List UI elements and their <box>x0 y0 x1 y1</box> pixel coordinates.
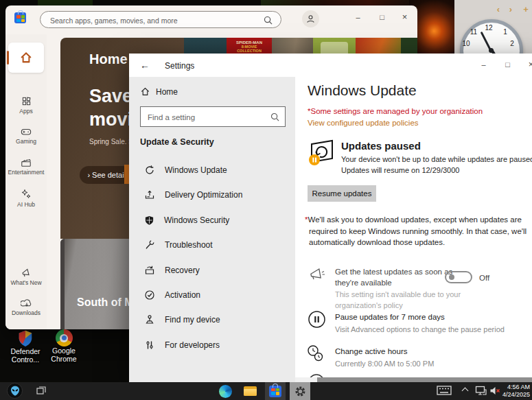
note-text: We'll ask you to download updates, excep… <box>308 215 527 246</box>
store-search-bar[interactable] <box>40 11 281 28</box>
find-a-setting-box[interactable] <box>140 106 286 127</box>
store-maximize-button[interactable]: □ <box>372 8 392 26</box>
sidebar-item-label: AI Hub <box>5 201 47 208</box>
hidden-icons-chevron[interactable] <box>463 388 468 394</box>
nav-item-windows-security[interactable]: Windows Security <box>129 210 295 231</box>
taskbar-settings-button[interactable] <box>290 382 310 400</box>
pause-updates-row[interactable]: Pause updates for 7 more days <box>335 311 445 322</box>
gear-icon <box>294 386 306 397</box>
store-sidebar: Apps Gaming Entertainment AI Hub <box>5 34 47 329</box>
latest-updates-toggle[interactable] <box>445 271 472 283</box>
nav-item-activation[interactable]: Activation <box>129 285 295 305</box>
sidebar-item-whats-new[interactable]: What's New <box>5 268 47 286</box>
nav-item-label: Find my device <box>165 315 220 325</box>
apps-grid-icon <box>21 96 32 106</box>
recovery-icon <box>144 265 155 276</box>
widget-add-button[interactable]: + <box>520 4 531 15</box>
change-active-hours-row[interactable]: Change active hours <box>335 346 407 357</box>
nav-item-label: Windows Update <box>165 165 227 175</box>
start-button[interactable] <box>7 383 23 399</box>
card-title: South of Mi <box>77 296 137 309</box>
clock-numeral-2: 2 <box>510 40 514 47</box>
nav-item-windows-update[interactable]: Windows Update <box>129 160 295 180</box>
desktop-icon-google-chrome[interactable]: Google Chrome <box>44 329 84 363</box>
tray-date: 4/24/2025 <box>502 391 530 399</box>
profile-button[interactable] <box>302 10 319 27</box>
megaphone-icon <box>21 268 32 278</box>
nav-item-for-developers[interactable]: For developers <box>129 335 295 355</box>
sidebar-item-home[interactable] <box>8 43 44 73</box>
updates-paused-line1: Your device won't be up to date while up… <box>341 155 532 163</box>
nav-item-recovery[interactable]: Recovery <box>129 260 295 281</box>
clock-numeral-11: 11 <box>470 28 477 36</box>
latest-updates-title: Get the latest updates as soon as they'r… <box>335 266 456 288</box>
settings-minimize-button[interactable]: – <box>474 56 494 73</box>
desktop-background <box>38 0 93 5</box>
pause-circle-icon <box>308 310 326 329</box>
sync-icon <box>144 165 155 176</box>
scrollbar-thumb[interactable] <box>317 377 532 382</box>
resume-updates-button[interactable]: Resume updates <box>308 185 376 202</box>
taskbar-edge-button[interactable] <box>215 382 235 400</box>
taskbar-file-explorer-button[interactable] <box>240 382 260 400</box>
ethernet-glyph <box>475 386 487 396</box>
sidebar-item-downloads[interactable]: Downloads <box>5 298 47 316</box>
settings-nav-pane: Home Update & Security Windows Update De… <box>129 77 295 382</box>
desktop-icon-defender-control[interactable]: Defender Contro... <box>5 329 45 364</box>
desktop-icon-label: Chrome <box>44 355 84 363</box>
keyboard-glyph <box>437 386 452 395</box>
volume-muted-icon[interactable] <box>489 386 500 396</box>
tray-time: 4:56 AM <box>502 384 530 391</box>
task-view-button[interactable] <box>36 386 46 395</box>
touch-keyboard-icon[interactable] <box>437 386 452 395</box>
widget-next-button[interactable]: › <box>505 4 516 15</box>
network-icon[interactable] <box>475 386 487 396</box>
toggle-state-label: Off <box>479 274 489 282</box>
home-icon <box>140 86 150 97</box>
cloud-download-icon <box>21 298 32 308</box>
person-icon <box>306 14 315 23</box>
nav-item-label: Delivery Optimization <box>165 190 242 200</box>
game-card-south-of-midnight[interactable]: South of Mi <box>60 239 137 329</box>
desktop-icon-label: Defender <box>5 347 45 355</box>
nav-item-home[interactable]: Home <box>140 86 178 97</box>
find-a-setting-input[interactable] <box>146 109 266 126</box>
page-title: Windows Update <box>308 82 417 99</box>
settings-maximize-button[interactable]: □ <box>498 56 518 73</box>
sidebar-item-label: Entertainment <box>5 169 47 176</box>
store-search-input[interactable] <box>49 12 264 28</box>
clock-numeral-1: 1 <box>503 28 507 36</box>
sidebar-item-ai-hub[interactable]: AI Hub <box>5 189 47 208</box>
horizontal-scrollbar[interactable] <box>295 377 532 382</box>
managed-by-organization-warning: *Some settings are managed by your organ… <box>308 107 483 115</box>
poster-title: COLLECTION <box>227 49 272 53</box>
sidebar-item-label: Apps <box>5 108 47 115</box>
nav-section-title: Update & Security <box>140 137 214 147</box>
back-button[interactable]: ← <box>136 58 154 73</box>
sparkles-icon <box>21 189 32 200</box>
store-minimize-button[interactable]: – <box>348 8 368 26</box>
clapperboard-icon <box>21 158 32 167</box>
sidebar-item-label: What's New <box>5 279 47 286</box>
sidebar-item-entertainment[interactable]: Entertainment <box>5 158 47 176</box>
file-explorer-icon <box>244 386 257 396</box>
delivery-optimization-icon <box>144 189 155 200</box>
page-title: Home <box>89 51 128 67</box>
taskbar-clock[interactable]: 4:56 AM 4/24/2025 <box>502 384 530 399</box>
nav-item-troubleshoot[interactable]: Troubleshoot <box>129 235 295 255</box>
store-close-button[interactable]: × <box>395 8 415 26</box>
widget-prev-button[interactable]: ‹ <box>493 4 504 15</box>
nav-item-label: Activation <box>165 290 200 300</box>
sidebar-item-gaming[interactable]: Gaming <box>5 127 47 145</box>
taskbar: 4:56 AM 4/24/2025 <box>0 382 532 400</box>
settings-window: ← Settings – □ × Home Update & Security <box>129 54 532 382</box>
settings-close-button[interactable]: × <box>521 56 532 73</box>
sidebar-item-apps[interactable]: Apps <box>5 96 47 115</box>
active-hours-subtitle: Currently 8:00 AM to 5:00 PM <box>335 358 434 369</box>
configured-update-policies-link[interactable]: View configured update policies <box>308 119 419 127</box>
nav-item-find-my-device[interactable]: Find my device <box>129 309 295 330</box>
nav-item-delivery-optimization[interactable]: Delivery Optimization <box>129 185 295 205</box>
pause-updates-subtitle: Visit Advanced options to change the pau… <box>335 324 505 335</box>
taskbar-store-button[interactable] <box>265 382 286 400</box>
sidebar-item-label: Gaming <box>5 138 47 145</box>
